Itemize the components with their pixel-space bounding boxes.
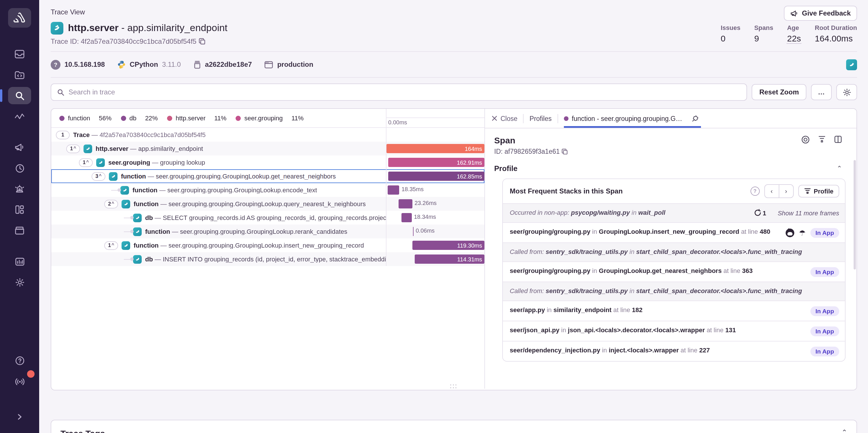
span-row[interactable]: function — seer.grouping.grouping.Groupi… <box>51 224 485 238</box>
tab-profiles[interactable]: Profiles <box>530 109 552 128</box>
layout-columns-icon[interactable] <box>834 135 842 143</box>
settings-icon[interactable] <box>8 274 31 291</box>
in-app-badge: In App <box>810 306 839 316</box>
op-color-dot <box>564 116 568 121</box>
reset-zoom-button[interactable]: Reset Zoom <box>752 84 806 100</box>
collapse-section-chevron[interactable]: ⌃ <box>837 165 842 172</box>
give-feedback-button[interactable]: Give Feedback <box>784 6 857 21</box>
timeline-ruler[interactable]: 0.00ms <box>386 109 485 128</box>
replays-icon[interactable] <box>8 159 31 177</box>
children-count-pill[interactable]: 1 <box>56 130 70 139</box>
details-scrollbar[interactable] <box>854 160 856 270</box>
children-count-pill[interactable]: 1^ <box>66 144 80 153</box>
stack-frame-row[interactable]: seer/app.py in similarity_endpoint at li… <box>503 301 845 321</box>
releases-icon[interactable] <box>8 222 31 239</box>
explore-icon[interactable] <box>8 66 31 84</box>
details-tabs: Close Profiles function - seer.grouping.… <box>485 109 857 128</box>
focus-icon[interactable] <box>801 135 810 144</box>
close-details-button[interactable]: Close <box>492 115 518 122</box>
span-duration-bar[interactable] <box>388 185 399 195</box>
issues-icon[interactable] <box>8 45 31 63</box>
span-row[interactable]: db — INSERT INTO grouping_records (id, p… <box>51 252 485 266</box>
root-duration-value: 164.00ms <box>815 33 857 43</box>
children-count-pill[interactable]: 1^ <box>79 158 93 167</box>
pin-tab-button[interactable] <box>689 113 701 124</box>
span-duration-bar[interactable]: 162.91ms <box>388 158 485 167</box>
search-icon[interactable] <box>8 87 31 104</box>
span-op-icon <box>122 199 130 208</box>
profiling-icon <box>804 188 811 195</box>
sentry-logo[interactable] <box>8 8 31 28</box>
span-duration-bar[interactable]: 119.30ms <box>412 241 485 250</box>
span-duration-label: 18.34ms <box>414 214 436 220</box>
whats-new-icon[interactable] <box>8 373 31 390</box>
span-duration-bar[interactable] <box>399 199 412 209</box>
span-duration-label: 119.30ms <box>457 242 485 248</box>
collapse-tags-chevron[interactable]: ⌃ <box>841 428 847 433</box>
codecov-umbrella-icon[interactable]: ☂ <box>799 229 806 237</box>
span-row[interactable]: 1^ function — seer.grouping.grouping.Gro… <box>51 238 485 252</box>
stack-frame-row[interactable]: seer/json_api.py in json_api.<locals>.de… <box>503 321 845 341</box>
span-duration-bar[interactable]: 114.31ms <box>415 254 485 264</box>
next-stack-button[interactable]: › <box>779 185 793 197</box>
span-row[interactable]: 1^ seer.grouping — grouping lookup 162.9… <box>51 155 485 169</box>
legend-item: seer.grouping 11% <box>236 115 304 122</box>
span-section-title: Span <box>494 135 515 145</box>
trace-root-row[interactable]: 1 Trace — 4f2a57ea703840cc9c1bca7d05bf54… <box>51 128 485 142</box>
span-duration-label: 114.31ms <box>457 256 485 262</box>
feedback-megaphone-icon[interactable] <box>8 139 31 156</box>
alerts-icon[interactable] <box>8 180 31 197</box>
gear-icon <box>842 88 851 96</box>
in-app-badge: In App <box>810 347 839 357</box>
children-count-pill[interactable]: 1^ <box>104 241 118 250</box>
stack-frame-row[interactable]: seer/dependency_injection.py in inject.<… <box>503 341 845 361</box>
show-more-frames-link[interactable]: Show 11 more frames <box>778 209 839 216</box>
span-row[interactable]: db — SELECT grouping_records.id AS group… <box>51 211 485 224</box>
span-duration-label: 0.06ms <box>416 227 435 234</box>
project-avatar-icon <box>51 22 63 35</box>
span-row[interactable]: function — seer.grouping.grouping.Groupi… <box>51 183 485 197</box>
span-row[interactable]: 1^ http.server — app.similarity_endpoint… <box>51 142 485 155</box>
stack-context-row: Called from: sentry_sdk/tracing_utils.py… <box>503 282 845 301</box>
span-duration-bar[interactable]: 164ms <box>386 144 485 153</box>
span-duration-label: 162.85ms <box>457 173 485 179</box>
stack-frame-row[interactable]: seer/grouping/grouping.py in GroupingLoo… <box>503 261 845 282</box>
span-duration-bar[interactable] <box>413 227 413 236</box>
prev-stack-button[interactable]: ‹ <box>765 185 779 197</box>
tab-span-active[interactable]: function - seer.grouping.grouping.G… <box>564 109 701 128</box>
traces-icon[interactable] <box>8 108 31 125</box>
span-row-selected[interactable]: 3^ function — seer.grouping.grouping.Gro… <box>51 169 485 183</box>
dashboards-icon[interactable] <box>8 201 31 218</box>
span-duration-bar[interactable] <box>401 213 411 222</box>
trace-stats: Issues0 Spans9 Age22s Root Duration164.0… <box>720 24 857 44</box>
open-profile-button[interactable]: Profile <box>798 185 839 197</box>
help-tooltip-icon[interactable]: ? <box>750 187 760 196</box>
github-icon[interactable] <box>786 228 794 237</box>
span-duration-label: 18.35ms <box>401 186 424 192</box>
drawer-resize-handle[interactable]: ∙∙∙∙∙∙ <box>450 383 458 389</box>
package-icon <box>193 60 201 69</box>
trace-waterfall-panel: function 56% db 22% http.server 11% seer… <box>51 108 857 391</box>
span-id[interactable]: ID: af7982659f3a1e61 <box>494 148 848 155</box>
children-count-pill[interactable]: 3^ <box>92 172 105 181</box>
expand-sidebar-icon[interactable] <box>8 408 31 426</box>
span-details-panel: Close Profiles function - seer.grouping.… <box>485 109 857 389</box>
filter-icon[interactable] <box>818 135 826 143</box>
stack-frame-row[interactable]: seer/grouping/grouping.py in GroupingLoo… <box>503 222 845 242</box>
search-input[interactable]: Search in trace <box>51 84 747 101</box>
help-icon[interactable] <box>8 352 31 369</box>
timeline-tick: 0.00ms <box>386 118 485 126</box>
copy-icon[interactable] <box>562 148 568 155</box>
span-duration-label: 23.26ms <box>414 200 437 206</box>
copy-icon[interactable] <box>199 38 206 45</box>
unknown-user-icon: ? <box>51 60 60 69</box>
span-op-icon <box>133 255 142 264</box>
trace-settings-button[interactable] <box>836 84 857 100</box>
children-count-pill[interactable]: 2^ <box>104 199 118 208</box>
more-options-button[interactable]: … <box>811 84 832 100</box>
python-icon <box>118 60 126 68</box>
span-duration-bar[interactable]: 162.85ms <box>388 172 485 181</box>
span-row[interactable]: 2^ function — seer.grouping.grouping.Gro… <box>51 197 485 211</box>
stats-icon[interactable] <box>8 253 31 270</box>
tree-connector <box>124 217 132 218</box>
